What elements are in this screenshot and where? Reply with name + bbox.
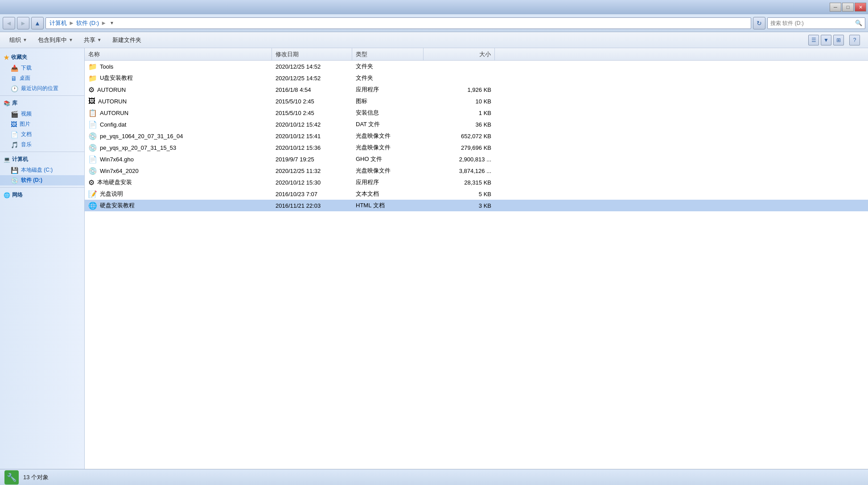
- organize-button[interactable]: 组织 ▼: [4, 34, 32, 46]
- back-button[interactable]: ◄: [3, 17, 15, 29]
- sidebar-item-local-c[interactable]: 💾 本地磁盘 (C:): [0, 165, 84, 175]
- file-icon: 🌐: [88, 201, 97, 210]
- recent-icon: 🕐: [11, 85, 18, 92]
- file-cell-name: 💿 pe_yqs_xp_20_07_31_15_53: [85, 142, 272, 153]
- file-cell-date: 2020/12/25 14:52: [272, 72, 352, 84]
- breadcrumb-scroll[interactable]: ▼: [108, 20, 115, 27]
- file-name: Tools: [100, 63, 113, 70]
- local-c-label: 本地磁盘 (C:): [21, 166, 53, 174]
- file-row[interactable]: ⚙ AUTORUN 2016/1/8 4:54 应用程序 1,926 KB: [85, 84, 868, 95]
- file-row[interactable]: 📝 光盘说明 2016/10/23 7:07 文本文档 5 KB: [85, 188, 868, 200]
- sidebar: ★ 收藏夹 📥 下载 🖥 桌面 🕐 最近访问的位置 📚 库: [0, 48, 85, 469]
- forward-button[interactable]: ►: [17, 17, 29, 29]
- close-button[interactable]: ✕: [855, 3, 866, 12]
- statusbar-app-icon: 🔧: [4, 470, 19, 485]
- file-cell-size: [424, 61, 495, 72]
- sidebar-item-software-d[interactable]: 💿 软件 (D:): [0, 175, 84, 185]
- include-library-label: 包含到库中: [38, 36, 67, 44]
- sidebar-favorites-header[interactable]: ★ 收藏夹: [0, 52, 84, 63]
- sidebar-item-documents[interactable]: 📄 文档: [0, 129, 84, 140]
- file-cell-name: 📝 光盘说明: [85, 188, 272, 200]
- network-icon: 🌐: [4, 192, 10, 198]
- breadcrumb-bar: 计算机 ► 软件 (D:) ► ▼: [45, 17, 751, 29]
- file-row[interactable]: 💿 Win7x64_2020 2020/12/25 11:32 光盘映像文件 3…: [85, 165, 868, 177]
- file-cell-size: 652,072 KB: [424, 130, 495, 142]
- file-list: 📁 Tools 2020/12/25 14:52 文件夹 📁 U盘安装教程 20…: [85, 61, 868, 469]
- file-row[interactable]: 📁 Tools 2020/12/25 14:52 文件夹: [85, 61, 868, 72]
- sidebar-item-desktop[interactable]: 🖥 桌面: [0, 73, 84, 83]
- sidebar-computer-header[interactable]: 💻 计算机: [0, 154, 84, 165]
- file-area: 名称 修改日期 类型 大小 📁 Tools 2020/12/25 14:52 文…: [85, 48, 868, 469]
- file-icon: 📋: [88, 109, 97, 117]
- breadcrumb-computer[interactable]: 计算机: [49, 19, 67, 27]
- file-name: U盘安装教程: [100, 74, 133, 82]
- up-button[interactable]: ▲: [31, 17, 44, 29]
- minimize-button[interactable]: ─: [830, 3, 841, 12]
- file-row[interactable]: 💿 pe_yqs_xp_20_07_31_15_53 2020/10/12 15…: [85, 142, 868, 153]
- sidebar-network-header[interactable]: 🌐 网络: [0, 189, 84, 201]
- file-row[interactable]: 📄 Win7x64.gho 2019/9/7 19:25 GHO 文件 2,90…: [85, 153, 868, 165]
- sidebar-section-network: 🌐 网络: [0, 189, 84, 201]
- network-label: 网络: [12, 191, 23, 199]
- sidebar-item-recent[interactable]: 🕐 最近访问的位置: [0, 83, 84, 94]
- maximize-button[interactable]: □: [842, 3, 854, 12]
- file-row[interactable]: 💿 pe_yqs_1064_20_07_31_16_04 2020/10/12 …: [85, 130, 868, 142]
- help-button[interactable]: ?: [849, 35, 860, 45]
- search-input[interactable]: [770, 20, 853, 26]
- include-library-button[interactable]: 包含到库中 ▼: [33, 34, 78, 46]
- video-icon: 🎬: [11, 111, 18, 118]
- file-row[interactable]: 📋 AUTORUN 2015/5/10 2:45 安装信息 1 KB: [85, 107, 868, 119]
- file-cell-date: 2020/10/12 15:30: [272, 177, 352, 188]
- new-folder-button[interactable]: 新建文件夹: [107, 34, 146, 46]
- file-cell-date: 2020/10/12 15:42: [272, 119, 352, 130]
- statusbar-count: 13 个对象: [23, 473, 49, 481]
- desktop-label: 桌面: [20, 74, 30, 82]
- refresh-button[interactable]: ↻: [753, 17, 765, 29]
- documents-icon: 📄: [11, 131, 18, 138]
- file-cell-name: 💿 pe_yqs_1064_20_07_31_16_04: [85, 130, 272, 142]
- col-header-name[interactable]: 名称: [85, 48, 272, 60]
- sidebar-library-header[interactable]: 📚 库: [0, 98, 84, 109]
- file-row[interactable]: 📁 U盘安装教程 2020/12/25 14:52 文件夹: [85, 72, 868, 84]
- music-icon: 🎵: [11, 141, 18, 148]
- star-icon: ★: [4, 54, 9, 61]
- software-d-label: 软件 (D:): [21, 177, 42, 184]
- file-cell-name: 📁 U盘安装教程: [85, 72, 272, 84]
- divider-3: [0, 187, 84, 188]
- sidebar-item-downloads[interactable]: 📥 下载: [0, 63, 84, 73]
- file-row[interactable]: 🌐 硬盘安装教程 2016/11/21 22:03 HTML 文档 3 KB: [85, 200, 868, 211]
- file-cell-name: 📄 Config.dat: [85, 119, 272, 130]
- file-cell-name: 📋 AUTORUN: [85, 107, 272, 119]
- file-cell-size: 36 KB: [424, 119, 495, 130]
- file-cell-type: 安装信息: [352, 107, 424, 119]
- organize-label: 组织: [9, 36, 21, 44]
- file-icon: 💿: [88, 167, 97, 175]
- divider-1: [0, 95, 84, 96]
- local-c-icon: 💾: [11, 167, 18, 174]
- music-label: 音乐: [21, 141, 32, 148]
- library-icon: 📚: [4, 100, 10, 107]
- divider-2: [0, 152, 84, 152]
- col-header-date[interactable]: 修改日期: [272, 48, 352, 60]
- col-header-size[interactable]: 大小: [424, 48, 495, 60]
- file-name: pe_yqs_xp_20_07_31_15_53: [100, 144, 176, 151]
- view-toggle-button[interactable]: ☰: [808, 35, 819, 45]
- video-label: 视频: [21, 110, 32, 118]
- search-bar[interactable]: 🔍: [767, 17, 865, 29]
- file-row[interactable]: 🖼 AUTORUN 2015/5/10 2:45 图标 10 KB: [85, 95, 868, 107]
- sidebar-item-pictures[interactable]: 🖼 图片: [0, 119, 84, 129]
- file-row[interactable]: 📄 Config.dat 2020/10/12 15:42 DAT 文件 36 …: [85, 119, 868, 130]
- file-cell-type: 图标: [352, 95, 424, 107]
- breadcrumb-software-d[interactable]: 软件 (D:): [76, 19, 99, 27]
- view-grid-button[interactable]: ⊞: [833, 35, 844, 45]
- col-header-type[interactable]: 类型: [352, 48, 424, 60]
- view-dropdown-button[interactable]: ▼: [821, 35, 831, 45]
- sidebar-item-video[interactable]: 🎬 视频: [0, 109, 84, 119]
- file-cell-date: 2020/10/12 15:36: [272, 142, 352, 153]
- file-row[interactable]: ⚙ 本地硬盘安装 2020/10/12 15:30 应用程序 28,315 KB: [85, 177, 868, 188]
- search-icon[interactable]: 🔍: [855, 20, 862, 26]
- file-cell-type: 文件夹: [352, 61, 424, 72]
- titlebar-buttons: ─ □ ✕: [830, 3, 866, 12]
- sidebar-item-music[interactable]: 🎵 音乐: [0, 140, 84, 150]
- share-button[interactable]: 共享 ▼: [79, 34, 107, 46]
